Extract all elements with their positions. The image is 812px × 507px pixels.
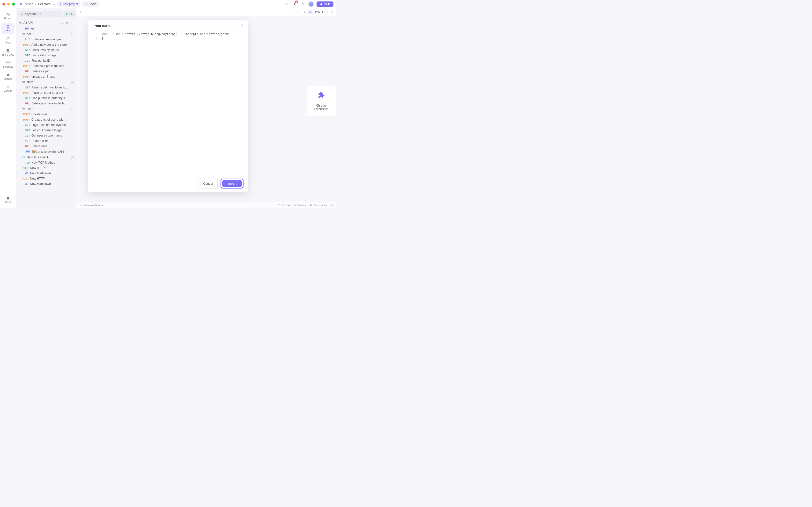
rail-schemas[interactable]: Schemas (1, 59, 14, 70)
search-box[interactable] (18, 11, 63, 17)
trash-icon (6, 196, 10, 200)
maximize-window[interactable] (12, 3, 15, 6)
tree-folder[interactable]: ▾user (8) (16, 106, 76, 112)
line-number: 1 (90, 32, 98, 36)
rail-apis[interactable]: APIs (1, 23, 14, 34)
plus-icon: + (60, 2, 61, 6)
task-button[interactable] (300, 1, 305, 7)
invite-label: Invite (323, 2, 331, 6)
rail-trash-label: Trash (5, 201, 11, 204)
tree-endpoint[interactable]: DELDeletes a pet (16, 69, 76, 74)
collapse-all-icon[interactable] (70, 21, 73, 24)
tree-endpoint[interactable]: GETReturns pet inventories b… (16, 85, 76, 90)
close-icon (240, 24, 244, 27)
tree-endpoint[interactable]: GETFind pet by ID (16, 58, 76, 63)
project-dropdown-icon[interactable] (53, 2, 54, 6)
rail-trash[interactable]: Trash (1, 194, 14, 206)
modal-close-button[interactable] (240, 24, 244, 28)
chrome-extensions-card[interactable]: Chrome Extensions (307, 86, 336, 117)
nav-forward[interactable]: › (297, 10, 300, 14)
new-tab-button[interactable]: ＋ (79, 10, 82, 14)
minimize-window[interactable] (7, 3, 10, 6)
tree-endpoint[interactable]: POSTCreate user (16, 112, 76, 117)
rail-sharedocs[interactable]: Share Docs (1, 47, 14, 58)
avatar[interactable] (308, 1, 314, 7)
locate-icon[interactable] (65, 21, 68, 24)
help-button[interactable] (330, 204, 333, 207)
rail-history[interactable]: History (1, 11, 14, 22)
tree-folder[interactable]: ▾store (4) (16, 79, 76, 85)
tree-endpoint[interactable]: GETGet user by user name (16, 133, 76, 138)
invite-button[interactable]: Invite (316, 1, 334, 7)
filter-dropdown[interactable]: All (64, 11, 76, 17)
breadcrumb: selina / Pet store (25, 2, 54, 6)
tree-endpoint[interactable]: GETLogs out current logged … (16, 128, 76, 133)
history-icon (6, 12, 10, 16)
editor-code[interactable]: curl -X POST "https://httpbin.org/anythi… (100, 31, 248, 175)
svg-point-4 (278, 204, 280, 206)
minimize-icon[interactable]: — (244, 32, 246, 35)
tree-endpoint[interactable]: POSTPlace an order for a pet (16, 90, 76, 96)
note-icon (301, 2, 304, 6)
close-window[interactable] (2, 3, 5, 6)
share-label: Share (89, 2, 97, 6)
workspace-name[interactable]: selina (25, 2, 33, 6)
tree-folder[interactable]: ▾TNew TCP Client (1) (16, 155, 76, 160)
expand-icon[interactable] (239, 32, 242, 35)
code-editor[interactable]: 1 2 curl -X POST "https://httpbin.org/an… (88, 30, 248, 175)
tree-endpoint[interactable]: GETNew HTTP (16, 165, 76, 171)
nav-back[interactable]: ‹ (292, 10, 295, 14)
sync-button[interactable] (284, 1, 289, 7)
tree-endpoint[interactable]: GETLogs user into the system (16, 122, 76, 128)
tree-endpoint[interactable]: GETFinds Pets by status (16, 47, 76, 53)
sidebar-search-row: All + (16, 8, 76, 19)
tree-endpoint[interactable]: MDNew Markdown (16, 181, 76, 186)
tree-endpoint[interactable]: DELDelete purchase order b… (16, 101, 76, 106)
editor-gutter: 1 2 (88, 31, 100, 175)
tree-endpoint[interactable]: POSTCreates list of users with… (16, 117, 76, 122)
tab-more-button[interactable]: ⋯ (86, 10, 89, 14)
tree-endpoint[interactable]: POSTAdd a new pet to the store (16, 42, 76, 47)
tree-endpoint[interactable]: MD🐒Get to know EchoAPI (16, 149, 76, 155)
tree-endpoint[interactable]: PUTUpdate user (16, 138, 76, 144)
tree-endpoint[interactable]: TCPNew TCP Method (16, 160, 76, 165)
tree-folder[interactable]: ▾pet (8) (16, 31, 76, 37)
share-icon (85, 3, 88, 6)
rail-history-label: History (4, 17, 12, 20)
text-cursor (102, 37, 103, 40)
tree-endpoint[interactable]: DELDelete user (16, 144, 76, 149)
refresh-icon[interactable] (61, 21, 64, 24)
rail-tests[interactable]: Tests (1, 35, 14, 46)
rail-manage-label: Manage (3, 90, 12, 92)
share-button[interactable]: Share (82, 1, 99, 7)
tab-list-button[interactable]: ≡ (329, 10, 334, 14)
tree-endpoint[interactable]: POSTuploads an image (16, 74, 76, 79)
community-icon (310, 204, 312, 207)
tree-endpoint[interactable]: MDNew Markdown (16, 171, 76, 176)
cancel-button[interactable]: Cancel (199, 179, 217, 188)
status-settings-button[interactable]: Settings (293, 204, 307, 207)
search-input[interactable] (24, 12, 61, 16)
schemas-icon (6, 61, 10, 65)
tree-endpoint[interactable]: POSTUpdates a pet in the stor… (16, 63, 76, 69)
project-name[interactable]: Pet store (38, 2, 51, 6)
tree-endpoint[interactable]: GETFind purchase order by ID (16, 96, 76, 101)
environment-selector[interactable]: D Default (302, 9, 328, 15)
tree-endpoint[interactable]: GETFinds Pets by tags (16, 53, 76, 58)
collapse-sidebar-button[interactable]: Collapse Sidebar (79, 204, 104, 207)
tree-endpoint[interactable]: MDtest (16, 26, 76, 31)
notifications-button[interactable]: 6 (292, 1, 297, 7)
new-project-button[interactable]: + New project (57, 1, 80, 7)
window-controls (2, 3, 15, 6)
rail-manage[interactable]: Manage (1, 83, 14, 94)
import-button[interactable]: Import (222, 180, 242, 187)
cookie-button[interactable]: Cookie (278, 204, 290, 207)
community-button[interactable]: Community (310, 204, 327, 207)
tree-endpoint[interactable]: PUTUpdate an existing pet (16, 37, 76, 42)
tree-header[interactable]: All API (16, 19, 76, 26)
tree-endpoint[interactable]: POSTNew HTTP (16, 176, 76, 181)
env-label: Default (314, 10, 323, 14)
collapse-icon (79, 204, 82, 207)
rail-settings[interactable]: Settings (1, 71, 14, 82)
status-dot-icon (66, 13, 67, 15)
